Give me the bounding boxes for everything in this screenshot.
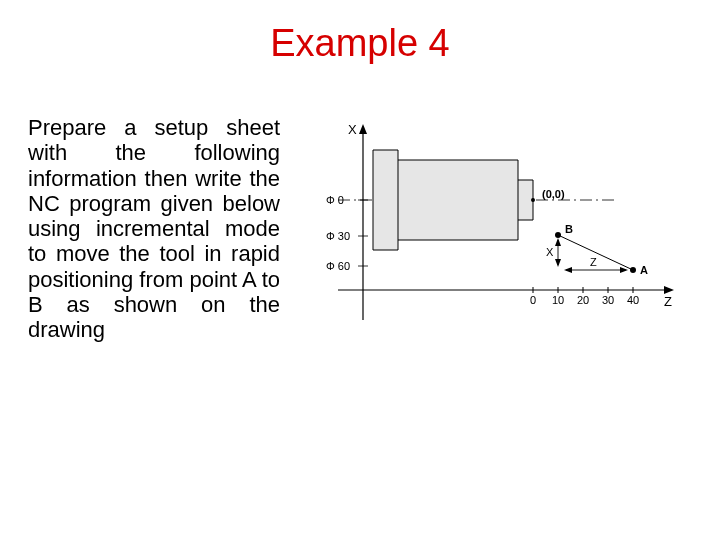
slide-title: Example 4 [0,22,720,65]
origin-label: (0,0) [542,188,565,200]
z-axis-label: Z [664,294,672,309]
svg-marker-24 [620,267,628,273]
part-drawing: X Z Φ 0 Φ 30 Φ 60 (0,0) 0 10 20 30 40 A … [318,120,678,330]
svg-marker-1 [359,124,367,134]
dim-x-caption: X [546,246,554,258]
svg-marker-21 [555,259,561,267]
problem-statement: Prepare a setup sheet with the following… [28,115,280,343]
svg-point-10 [531,198,535,202]
phi30-label: Φ 30 [326,230,350,242]
svg-marker-23 [564,267,572,273]
x-axis-label: X [348,122,357,137]
svg-marker-20 [555,238,561,246]
tick-30: 30 [602,294,614,306]
tick-10: 10 [552,294,564,306]
tick-40: 40 [627,294,639,306]
svg-marker-3 [664,286,674,294]
point-a-label: A [640,264,648,276]
phi0-label: Φ 0 [326,194,344,206]
phi60-label: Φ 60 [326,260,350,272]
tick-0: 0 [530,294,536,306]
dim-z-caption: Z [590,256,597,268]
tick-20: 20 [577,294,589,306]
point-b-label: B [565,223,573,235]
